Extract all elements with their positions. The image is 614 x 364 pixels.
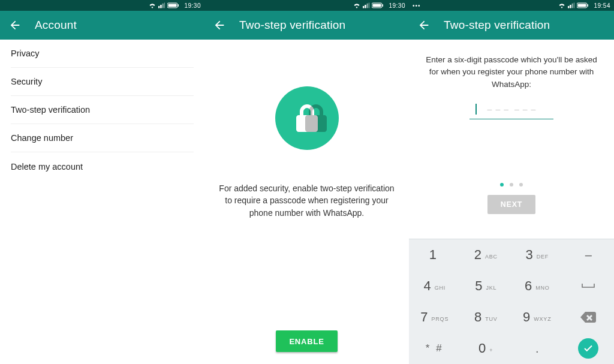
key-8[interactable]: 8TUV xyxy=(460,302,512,333)
key-symbols[interactable]: * # xyxy=(409,333,460,364)
status-time: 19:30 xyxy=(389,2,405,9)
toolbar: Two-step verification xyxy=(409,11,614,40)
status-time: 19:54 xyxy=(594,2,610,9)
signal-icon xyxy=(363,2,369,8)
list-item-delete-account[interactable]: Delete my account xyxy=(11,152,194,181)
list-item-change-number[interactable]: Change number xyxy=(11,124,194,152)
key-3[interactable]: 3DEF xyxy=(511,239,563,270)
list-item-two-step[interactable]: Two-step verification xyxy=(11,96,194,124)
screen-two-step-intro: 19:30 Two-step verification For added se… xyxy=(204,0,409,364)
signal-icon xyxy=(158,2,165,8)
screen-two-step-passcode: ••• 19:54 Two-step verification Enter a … xyxy=(409,0,614,364)
battery-icon xyxy=(372,2,384,8)
page-title: Two-step verification xyxy=(444,19,550,32)
passcode-instruction: Enter a six-digit passcode which you'll … xyxy=(409,54,614,91)
status-bar: ••• 19:54 xyxy=(409,0,614,11)
check-icon xyxy=(583,343,594,354)
next-button[interactable]: NEXT xyxy=(487,195,536,214)
status-more-icon: ••• xyxy=(413,2,421,9)
status-bar: 19:30 xyxy=(0,0,204,11)
wifi-icon xyxy=(353,2,360,8)
key-4[interactable]: 4GHI xyxy=(409,270,460,302)
status-bar: 19:30 xyxy=(204,0,409,11)
wifi-icon xyxy=(149,2,156,8)
key-done[interactable] xyxy=(563,333,615,364)
passcode-input[interactable]: – – – – – – xyxy=(469,100,553,119)
page-title: Account xyxy=(35,19,77,32)
screen-account: 19:30 Account Privacy Security Two-step … xyxy=(0,0,204,364)
svg-rect-2 xyxy=(178,4,179,7)
passcode-group-2: – – – xyxy=(514,104,535,114)
two-step-description: For added security, enable two-step veri… xyxy=(215,182,398,219)
two-step-body: For added security, enable two-step veri… xyxy=(204,40,409,364)
step-indicator xyxy=(500,183,523,186)
toolbar: Account xyxy=(0,11,204,40)
lock-shadow-icon xyxy=(304,103,328,133)
key-7[interactable]: 7PRQS xyxy=(409,302,460,333)
passcode-group-1: – – – xyxy=(487,104,508,114)
status-time: 19:30 xyxy=(184,2,201,9)
svg-rect-1 xyxy=(168,4,177,7)
key-backspace[interactable] xyxy=(563,302,615,333)
done-circle xyxy=(578,338,598,359)
key-0[interactable]: 0+ xyxy=(460,333,512,364)
svg-rect-5 xyxy=(383,4,384,7)
list-item-privacy[interactable]: Privacy xyxy=(11,40,194,68)
back-arrow-icon xyxy=(213,19,226,32)
back-button[interactable] xyxy=(8,19,22,32)
svg-rect-7 xyxy=(578,4,586,7)
step-dot xyxy=(519,183,523,186)
wifi-icon xyxy=(558,2,565,8)
text-cursor xyxy=(475,104,477,115)
step-dot xyxy=(510,183,513,186)
key-9[interactable]: 9WXYZ xyxy=(511,302,563,333)
signal-icon xyxy=(568,2,574,8)
page-title: Two-step verification xyxy=(239,19,345,32)
settings-list: Privacy Security Two-step verification C… xyxy=(0,40,204,181)
key-2[interactable]: 2ABC xyxy=(460,239,512,270)
back-arrow-icon xyxy=(417,19,431,32)
space-icon xyxy=(582,283,595,289)
lock-illustration xyxy=(275,86,339,150)
backspace-icon xyxy=(580,312,596,323)
key-6[interactable]: 6MNO xyxy=(511,270,563,302)
key-1[interactable]: 1 xyxy=(409,239,460,270)
key-dash[interactable]: – xyxy=(563,239,615,270)
passcode-body: Enter a six-digit passcode which you'll … xyxy=(409,40,614,364)
svg-rect-8 xyxy=(588,4,589,7)
back-button[interactable] xyxy=(213,19,226,32)
key-5[interactable]: 5JKL xyxy=(460,270,512,302)
back-button[interactable] xyxy=(417,19,431,32)
back-arrow-icon xyxy=(8,19,22,32)
key-period[interactable]: . xyxy=(511,333,563,364)
list-item-security[interactable]: Security xyxy=(11,68,194,96)
toolbar: Two-step verification xyxy=(204,11,409,40)
battery-icon xyxy=(577,2,589,8)
battery-icon xyxy=(167,2,179,8)
step-dot xyxy=(500,183,504,186)
key-space[interactable] xyxy=(563,270,615,302)
svg-rect-4 xyxy=(373,4,381,7)
enable-button[interactable]: ENABLE xyxy=(276,330,337,352)
numeric-keypad: 1 2ABC 3DEF – 4GHI 5JKL 6MNO 7PRQS 8TUV … xyxy=(409,239,614,364)
